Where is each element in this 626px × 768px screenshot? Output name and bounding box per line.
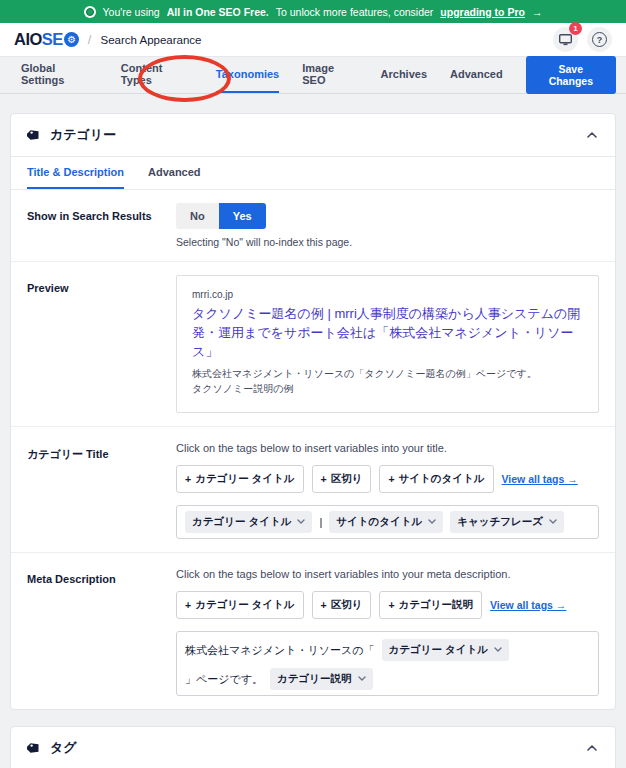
chevron-down-icon (358, 676, 366, 681)
category-title-input[interactable]: カテゴリー タイトル | サイトのタイトル キャッチフレーズ (176, 505, 599, 539)
description-tag-buttons: +カテゴリー タイトル +区切り +カテゴリー説明 View all tags … (176, 591, 599, 619)
meta-description-input[interactable]: 株式会社マネジメント・リソースの「 カテゴリー タイトル 」ページです。 カテゴ… (176, 631, 599, 696)
chevron-down-icon (297, 519, 305, 524)
title-helper-text: Click on the tags below to insert variab… (176, 440, 599, 454)
collapse-tag-card-button[interactable] (585, 743, 599, 753)
breadcrumb-separator: / (88, 32, 92, 47)
question-mark-icon: ? (592, 32, 607, 47)
upgrade-to-pro-link[interactable]: upgrading to Pro (440, 6, 525, 18)
arrow-right-icon: → (532, 6, 543, 18)
notifications-button[interactable]: 1 (553, 27, 578, 52)
tab-image-seo[interactable]: Image SEO (302, 57, 357, 93)
tab-advanced[interactable]: Advanced (450, 57, 503, 93)
chevron-up-icon (587, 132, 597, 138)
aioseo-logo[interactable]: AIOSE⚙ (14, 30, 79, 49)
show-in-search-label: Show in Search Results (27, 203, 176, 248)
chevron-down-icon (428, 519, 436, 524)
save-changes-button[interactable]: Save Changes (526, 56, 616, 94)
preview-label: Preview (27, 275, 176, 413)
plus-icon: + (321, 599, 327, 611)
category-tab-advanced[interactable]: Advanced (148, 157, 201, 189)
tab-taxonomies[interactable]: Taxonomies (216, 57, 279, 93)
preview-domain: mrri.co.jp (192, 289, 583, 300)
tab-archives[interactable]: Archives (381, 57, 427, 93)
help-button[interactable]: ? (587, 27, 612, 52)
plus-icon: + (388, 473, 394, 485)
category-show-yes-button[interactable]: Yes (219, 203, 266, 229)
pill-label: カテゴリー タイトル (389, 643, 488, 657)
category-show-in-search-row: Show in Search Results No Yes Selecting … (11, 190, 615, 262)
category-card-title: カテゴリー (50, 126, 116, 144)
pill-label: カテゴリー タイトル (192, 515, 291, 529)
category-title-label: カテゴリー Title (27, 440, 176, 539)
insert-tag-category-title-button[interactable]: +カテゴリー タイトル (176, 465, 304, 493)
title-separator-text: | (319, 511, 322, 533)
tag-card-title: タグ (50, 739, 77, 757)
insert-tag-separator-button[interactable]: +区切り (312, 591, 372, 619)
variable-pill-category-title[interactable]: カテゴリー タイトル (185, 511, 312, 533)
monitor-icon (559, 34, 572, 46)
category-title-row: カテゴリー Title Click on the tags below to i… (11, 427, 615, 553)
plus-icon: + (321, 473, 327, 485)
tag-settings-card: タグ Title & Description Advanced Show in … (10, 726, 616, 768)
category-show-no-button[interactable]: No (176, 203, 219, 229)
no-index-help-text: Selecting "No" will no-index this page. (176, 236, 599, 248)
description-helper-text: Click on the tags below to insert variab… (176, 566, 599, 580)
category-show-in-search-toggle: No Yes (176, 203, 266, 229)
banner-text-end: To unlock more features, consider (276, 6, 434, 18)
app-header: AIOSE⚙ / Search Appearance 1 ? (0, 23, 626, 57)
logo-text-aio: AIO (14, 30, 42, 49)
variable-pill-tagline[interactable]: キャッチフレーズ (450, 511, 564, 533)
description-text-fragment: 」ページです。 (185, 668, 263, 690)
view-all-tags-link[interactable]: View all tags → (490, 599, 566, 611)
tag-label: サイトのタイトル (399, 472, 485, 486)
insert-tag-category-description-button[interactable]: +カテゴリー説明 (379, 591, 482, 619)
category-card-tabs: Title & Description Advanced (11, 157, 615, 190)
category-card-header: カテゴリー (11, 114, 615, 157)
chevron-up-icon (587, 745, 597, 751)
view-all-tags-link[interactable]: View all tags → (502, 473, 578, 485)
preview-description: 株式会社マネジメント・リソースの「タクソノミー題名の例」ページです。タクソノミー… (192, 366, 542, 396)
tag-icon (27, 741, 41, 755)
insert-tag-category-title-button[interactable]: +カテゴリー タイトル (176, 591, 304, 619)
insert-tag-site-title-button[interactable]: +サイトのタイトル (379, 465, 493, 493)
tag-label: カテゴリー説明 (399, 598, 473, 612)
insert-tag-separator-button[interactable]: +区切り (312, 465, 372, 493)
category-settings-card: カテゴリー Title & Description Advanced Show … (10, 113, 616, 710)
variable-pill-category-title[interactable]: カテゴリー タイトル (382, 639, 509, 661)
tab-global-settings[interactable]: Global Settings (21, 57, 98, 93)
tag-label: 区切り (331, 598, 363, 612)
pill-label: キャッチフレーズ (457, 515, 543, 529)
title-tag-buttons: +カテゴリー タイトル +区切り +サイトのタイトル View all tags… (176, 465, 599, 493)
page-title: Search Appearance (100, 34, 201, 46)
aioseo-gear-icon (84, 6, 96, 18)
tab-content-types[interactable]: Content Types (121, 57, 193, 93)
pill-label: サイトのタイトル (336, 515, 422, 529)
variable-pill-category-description[interactable]: カテゴリー説明 (270, 668, 372, 690)
plus-icon: + (185, 473, 191, 485)
banner-text-start: You're using (103, 6, 160, 18)
plus-icon: + (185, 599, 191, 611)
search-appearance-tabs: Global Settings Content Types Taxonomies… (0, 57, 626, 94)
description-text-fragment: 株式会社マネジメント・リソースの「 (185, 639, 375, 661)
preview-title-link: タクソノミー題名の例 | mrri人事制度の構築から人事システムの開発・運用まで… (192, 305, 583, 362)
category-preview-row: Preview mrri.co.jp タクソノミー題名の例 | mrri人事制度… (11, 262, 615, 427)
tag-icon (27, 128, 41, 142)
logo-gear-icon: ⚙ (64, 32, 79, 47)
chevron-down-icon (494, 647, 502, 652)
plus-icon: + (388, 599, 394, 611)
banner-text-bold: All in One SEO Free. (167, 6, 269, 18)
serp-preview-box: mrri.co.jp タクソノミー題名の例 | mrri人事制度の構築から人事シ… (176, 275, 599, 413)
variable-pill-site-title[interactable]: サイトのタイトル (329, 511, 443, 533)
notification-badge: 1 (569, 22, 582, 35)
logo-text-se: SE (42, 30, 63, 49)
tag-label: カテゴリー タイトル (195, 472, 294, 486)
chevron-down-icon (549, 519, 557, 524)
tag-card-header: タグ (11, 727, 615, 768)
category-tab-title-description[interactable]: Title & Description (27, 157, 124, 189)
category-meta-description-row: Meta Description Click on the tags below… (11, 553, 615, 709)
tag-label: 区切り (331, 472, 363, 486)
meta-description-label: Meta Description (27, 566, 176, 696)
collapse-category-card-button[interactable] (585, 130, 599, 140)
pill-label: カテゴリー説明 (277, 672, 351, 686)
